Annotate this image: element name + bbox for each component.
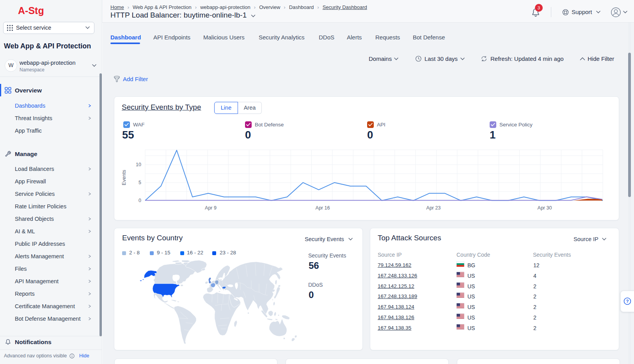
svg-text:Apr 23: Apr 23 bbox=[426, 205, 441, 211]
svg-text:5: 5 bbox=[139, 180, 141, 185]
svg-text:Events: Events bbox=[121, 170, 127, 185]
svg-text:Apr 9: Apr 9 bbox=[205, 205, 217, 211]
svg-text:?: ? bbox=[626, 299, 629, 304]
svg-text:0: 0 bbox=[139, 198, 141, 203]
svg-text:Apr 30: Apr 30 bbox=[538, 205, 552, 211]
svg-text:Apr 16: Apr 16 bbox=[316, 205, 330, 211]
svg-text:10: 10 bbox=[136, 162, 141, 167]
